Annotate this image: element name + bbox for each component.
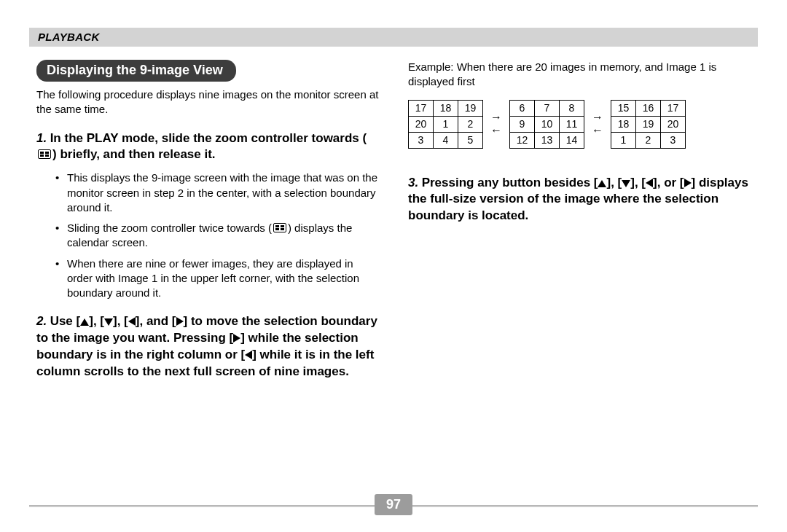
footer: 97 bbox=[29, 494, 758, 519]
step-2-body: Use [], [], [], and [] to move the selec… bbox=[36, 314, 377, 378]
cell: 17 bbox=[409, 100, 434, 116]
step-1-text-a: In the PLAY mode, slide the zoom control… bbox=[50, 131, 367, 145]
cell: 11 bbox=[560, 116, 584, 132]
cell: 19 bbox=[636, 116, 661, 132]
cell: 18 bbox=[611, 116, 636, 132]
intro-text: The following procedure displays nine im… bbox=[36, 87, 379, 117]
page-number-badge: 97 bbox=[375, 494, 412, 515]
step-3-body: Pressing any button besides [], [], [], … bbox=[408, 176, 748, 223]
bullet-2-a: Sliding the zoom controller twice toward… bbox=[67, 222, 272, 234]
bullet-1: This displays the 9-image screen with th… bbox=[58, 171, 379, 215]
bullet-2: Sliding the zoom controller twice toward… bbox=[58, 221, 379, 251]
manual-page: PLAYBACK Displaying the 9-image View The… bbox=[0, 0, 787, 532]
step-1-number: 1. bbox=[36, 131, 47, 145]
step-3: 3. Pressing any button besides [], [], [… bbox=[408, 175, 751, 225]
arrow-left-icon: ← bbox=[490, 125, 502, 136]
grids-row: 171819 2012 345 →← 678 91011 121314 →← 1… bbox=[408, 100, 751, 149]
cell: 5 bbox=[458, 132, 483, 148]
down-arrow-icon bbox=[104, 318, 113, 326]
cell: 13 bbox=[535, 132, 560, 148]
cell: 19 bbox=[458, 100, 483, 116]
zoom-out-icon bbox=[273, 223, 286, 232]
grid-c: 151617 181920 123 bbox=[611, 100, 686, 149]
left-arrow-icon bbox=[245, 351, 252, 359]
cell: 12 bbox=[510, 132, 535, 148]
step-2: 2. Use [], [], [], and [] to move the se… bbox=[36, 313, 379, 380]
cell: 3 bbox=[661, 132, 686, 148]
header-section-label: PLAYBACK bbox=[38, 31, 100, 43]
right-arrow-icon bbox=[233, 334, 240, 343]
s3p2: ], [ bbox=[606, 176, 622, 189]
cell: 16 bbox=[636, 100, 661, 116]
left-arrow-icon bbox=[128, 317, 136, 326]
content-columns: Displaying the 9-image View The followin… bbox=[36, 60, 751, 380]
step-2-number: 2. bbox=[36, 314, 47, 328]
s3p4: ], or [ bbox=[653, 176, 684, 189]
cell: 2 bbox=[636, 132, 661, 148]
step-1-text-b: ) briefly, and then release it. bbox=[52, 147, 216, 161]
arrow-pair: →← bbox=[490, 112, 502, 136]
bullet-3: When there are nine or fewer images, the… bbox=[58, 257, 379, 301]
s3p3: ], [ bbox=[630, 176, 646, 189]
step-3-number: 3. bbox=[408, 176, 418, 189]
example-label: Example: bbox=[408, 60, 454, 73]
header-bar: PLAYBACK bbox=[29, 28, 758, 47]
cell: 9 bbox=[510, 116, 535, 132]
arrow-right-icon: → bbox=[490, 112, 502, 123]
arrow-pair: →← bbox=[592, 112, 603, 136]
cell: 20 bbox=[409, 116, 434, 132]
cell: 15 bbox=[611, 100, 636, 116]
cell: 20 bbox=[661, 116, 686, 132]
cell: 14 bbox=[560, 132, 584, 148]
cell: 4 bbox=[434, 132, 458, 148]
s2p3: ], [ bbox=[113, 314, 128, 328]
example-body: When there are 20 images in memory, and … bbox=[408, 60, 716, 87]
up-arrow-icon bbox=[80, 318, 89, 326]
right-arrow-icon bbox=[176, 317, 184, 326]
left-arrow-icon bbox=[646, 179, 653, 187]
cell: 10 bbox=[535, 116, 560, 132]
grid-b: 678 91011 121314 bbox=[509, 100, 584, 149]
grid-a: 171819 2012 345 bbox=[408, 100, 483, 149]
arrow-left-icon: ← bbox=[592, 125, 603, 136]
cell: 3 bbox=[409, 132, 434, 148]
section-title-pill: Displaying the 9-image View bbox=[36, 60, 236, 82]
cell: 6 bbox=[510, 100, 535, 116]
example-text: Example: When there are 20 images in mem… bbox=[408, 60, 751, 90]
cell: 1 bbox=[434, 116, 458, 132]
down-arrow-icon bbox=[622, 180, 630, 187]
cell: 18 bbox=[434, 100, 458, 116]
zoom-out-icon bbox=[38, 149, 51, 159]
left-column: Displaying the 9-image View The followin… bbox=[36, 60, 379, 380]
right-arrow-icon bbox=[684, 179, 692, 187]
arrow-right-icon: → bbox=[592, 112, 603, 123]
up-arrow-icon bbox=[598, 180, 606, 187]
cell: 1 bbox=[611, 132, 636, 148]
s3p1: Pressing any button besides [ bbox=[422, 176, 598, 189]
step-1-bullets: This displays the 9-image screen with th… bbox=[58, 171, 379, 300]
step-1: 1. In the PLAY mode, slide the zoom cont… bbox=[36, 130, 379, 301]
s2p1: Use [ bbox=[50, 314, 81, 328]
cell: 7 bbox=[535, 100, 560, 116]
cell: 2 bbox=[458, 116, 483, 132]
step-1-body: In the PLAY mode, slide the zoom control… bbox=[36, 131, 367, 162]
cell: 8 bbox=[560, 100, 584, 116]
right-column: Example: When there are 20 images in mem… bbox=[408, 60, 751, 380]
cell: 17 bbox=[661, 100, 686, 116]
s2p2: ], [ bbox=[89, 314, 104, 328]
s2p4: ], and [ bbox=[136, 314, 176, 328]
